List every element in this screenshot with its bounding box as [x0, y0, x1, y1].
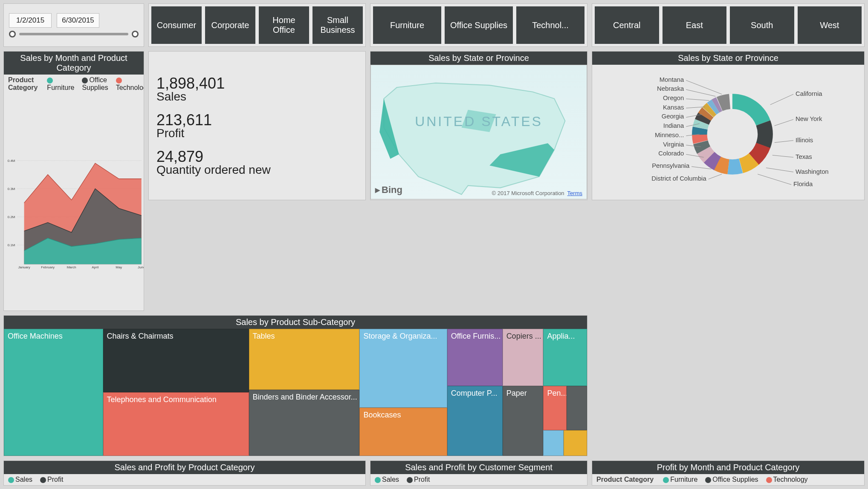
segment-home-office[interactable]: Home Office: [259, 6, 309, 44]
tm-tables[interactable]: Tables: [249, 329, 360, 390]
svg-text:0.3M: 0.3M: [8, 187, 15, 191]
date-slider[interactable]: [9, 31, 139, 37]
kpi-cards: 1,898,401 Sales 213,611 Profit 24,879 Qu…: [148, 51, 366, 200]
tm-paper[interactable]: Paper: [503, 386, 544, 456]
profit-legend-office: Office Supplies: [712, 476, 758, 483]
tm-office-machines[interactable]: Office Machines: [4, 329, 103, 456]
svg-text:May: May: [116, 265, 122, 269]
bl-cat-legend-profit: Profit: [47, 476, 63, 483]
treemap-visual[interactable]: Sales by Product Sub-Category Office Mac…: [3, 315, 587, 456]
profit-legend-furniture: Furniture: [670, 476, 697, 483]
treemap-title: Sales by Product Sub-Category: [4, 316, 587, 329]
tm-telephones[interactable]: Telephones and Communication: [103, 392, 249, 456]
svg-text:Colorado: Colorado: [658, 150, 684, 157]
svg-text:Illinois: Illinois: [796, 137, 813, 144]
profit-legend-tech: Technology: [773, 476, 808, 483]
map-center-label: UNITED STATES: [415, 113, 543, 129]
svg-line-25: [773, 155, 793, 157]
area-legend-furniture: Furniture: [47, 84, 74, 91]
svg-text:Montana: Montana: [660, 76, 684, 83]
region-south[interactable]: South: [730, 6, 794, 44]
svg-text:March: March: [67, 265, 76, 269]
profit-bar-visual[interactable]: Profit by Month and Product Category Pro…: [592, 460, 865, 486]
segment-consumer[interactable]: Consumer: [151, 6, 202, 44]
svg-line-36: [686, 99, 709, 101]
profit-legend-header: Product Category: [596, 476, 654, 483]
region-east[interactable]: East: [663, 6, 727, 44]
svg-text:Oregon: Oregon: [663, 95, 684, 101]
bing-icon: ▸: [375, 184, 380, 196]
segment-small-business[interactable]: Small Business: [312, 6, 363, 44]
area-visual[interactable]: Sales by Month and Product Category Prod…: [3, 51, 144, 311]
bing-logo: ▸ Bing: [375, 184, 402, 196]
map-visual[interactable]: Sales by State or Province UNITED STATES…: [370, 51, 587, 200]
area-legend-tech: Technology: [116, 84, 144, 91]
svg-text:Georgia: Georgia: [662, 113, 684, 120]
tm-pens[interactable]: Pen...: [543, 386, 567, 430]
tm-appliances[interactable]: Applia...: [543, 329, 587, 386]
bl-seg-legend-sales: Sales: [382, 476, 399, 483]
region-west[interactable]: West: [798, 6, 862, 44]
svg-text:Minneso...: Minneso...: [655, 132, 684, 138]
date-slicer[interactable]: 1/2/2015 6/30/2015: [3, 3, 144, 47]
tm-bookcases[interactable]: Bookcases: [359, 408, 447, 456]
category-slicer: Furniture Office Supplies Technol...: [370, 3, 587, 47]
tm-copiers[interactable]: Copiers ...: [503, 329, 544, 386]
segment-slicer: Consumer Corporate Home Office Small Bus…: [148, 3, 366, 47]
svg-line-27: [766, 168, 793, 172]
area-legend-header: Product Category: [8, 76, 38, 92]
segment-corporate[interactable]: Corporate: [205, 6, 255, 44]
tm-storage[interactable]: Storage & Organiza...: [359, 329, 447, 408]
svg-text:District of Columbia: District of Columbia: [651, 175, 706, 182]
tm-office-furn[interactable]: Office Furnis...: [447, 329, 503, 386]
bl-cat-legend-sales: Sales: [15, 476, 32, 483]
tm-computer-p[interactable]: Computer P...: [447, 386, 503, 456]
svg-text:Virginia: Virginia: [663, 141, 684, 148]
svg-text:Nebraska: Nebraska: [657, 85, 684, 92]
bl-seg-legend-profit: Profit: [414, 476, 430, 483]
donut-title: Sales by State or Province: [592, 52, 864, 65]
barline-seg-title: Sales and Profit by Customer Segment: [370, 461, 587, 474]
donut-visual[interactable]: Sales by State or Province: [592, 51, 865, 200]
tm-binders[interactable]: Binders and Binder Accessor...: [249, 390, 360, 456]
svg-line-52: [709, 174, 722, 179]
svg-line-19: [770, 94, 793, 105]
svg-text:Pennsylvania: Pennsylvania: [652, 162, 690, 169]
map-copyright: © 2017 Microsoft Corporation Terms: [492, 190, 582, 196]
area-title: Sales by Month and Product Category: [4, 52, 144, 75]
svg-line-23: [775, 141, 793, 143]
svg-line-21: [775, 119, 793, 126]
svg-text:Washington: Washington: [796, 168, 829, 175]
svg-text:February: February: [41, 265, 55, 269]
svg-text:0.2M: 0.2M: [8, 215, 15, 219]
svg-text:Texas: Texas: [796, 153, 812, 160]
barline-category-visual[interactable]: Sales and Profit by Product Category Sal…: [3, 460, 366, 486]
svg-text:Florida: Florida: [793, 181, 813, 187]
map-title: Sales by State or Province: [370, 52, 587, 65]
svg-line-50: [692, 167, 711, 169]
svg-text:0.4M: 0.4M: [8, 159, 15, 163]
svg-line-34: [686, 89, 715, 96]
profit-bar-title: Profit by Month and Product Category: [592, 461, 864, 474]
cat-furniture[interactable]: Furniture: [373, 6, 441, 44]
barline-cat-title: Sales and Profit by Product Category: [4, 461, 365, 474]
cat-technology[interactable]: Technol...: [516, 6, 584, 44]
svg-text:California: California: [796, 90, 822, 97]
svg-text:Kansas: Kansas: [663, 104, 684, 111]
svg-line-32: [686, 81, 722, 95]
svg-text:January: January: [18, 265, 30, 269]
date-to-input[interactable]: 6/30/2015: [57, 13, 99, 28]
svg-text:Indiana: Indiana: [663, 122, 684, 129]
svg-text:New York: New York: [796, 115, 822, 122]
region-central[interactable]: Central: [595, 6, 659, 44]
svg-line-29: [758, 174, 791, 185]
region-slicer: Central East South West: [592, 3, 865, 47]
map-terms-link[interactable]: Terms: [567, 190, 582, 196]
cat-office-supplies[interactable]: Office Supplies: [445, 6, 513, 44]
svg-text:0.1M: 0.1M: [8, 243, 15, 247]
date-from-input[interactable]: 1/2/2015: [9, 13, 52, 28]
barline-segment-visual[interactable]: Sales and Profit by Customer Segment Sal…: [370, 460, 587, 486]
tm-chairs[interactable]: Chairs & Chairmats: [103, 329, 249, 392]
svg-text:April: April: [92, 265, 98, 269]
svg-text:June: June: [138, 265, 144, 269]
